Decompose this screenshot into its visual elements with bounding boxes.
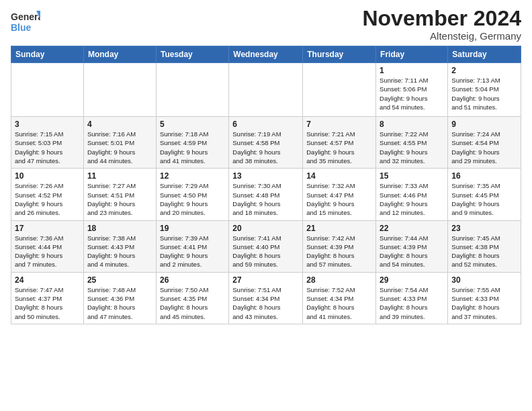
table-row: 24Sunrise: 7:47 AM Sunset: 4:37 PM Dayli…: [11, 272, 84, 324]
day-number: 26: [160, 275, 225, 285]
table-row: [156, 63, 228, 117]
table-row: 14Sunrise: 7:32 AM Sunset: 4:47 PM Dayli…: [303, 169, 376, 220]
table-row: 28Sunrise: 7:52 AM Sunset: 4:34 PM Dayli…: [303, 272, 376, 324]
logo-icon: General Blue: [11, 7, 40, 36]
day-number: 10: [15, 171, 80, 181]
calendar-week-row: 24Sunrise: 7:47 AM Sunset: 4:37 PM Dayli…: [11, 272, 521, 324]
day-info: Sunrise: 7:16 AM Sunset: 5:01 PM Dayligh…: [87, 130, 152, 165]
day-number: 28: [306, 275, 372, 285]
day-info: Sunrise: 7:36 AM Sunset: 4:44 PM Dayligh…: [15, 234, 80, 269]
table-row: 5Sunrise: 7:18 AM Sunset: 4:59 PM Daylig…: [156, 117, 228, 169]
calendar-week-row: 10Sunrise: 7:26 AM Sunset: 4:52 PM Dayli…: [11, 169, 521, 220]
header-friday: Friday: [376, 46, 448, 63]
day-number: 27: [232, 275, 299, 285]
day-info: Sunrise: 7:21 AM Sunset: 4:57 PM Dayligh…: [306, 130, 372, 165]
day-number: 22: [380, 224, 444, 233]
calendar-week-row: 3Sunrise: 7:15 AM Sunset: 5:03 PM Daylig…: [11, 117, 521, 169]
day-number: 30: [451, 275, 517, 285]
table-row: 17Sunrise: 7:36 AM Sunset: 4:44 PM Dayli…: [11, 220, 84, 272]
table-row: [303, 63, 376, 117]
day-info: Sunrise: 7:44 AM Sunset: 4:39 PM Dayligh…: [380, 234, 444, 269]
day-number: 20: [232, 224, 299, 233]
logo: General Blue: [11, 7, 40, 39]
day-number: 4: [87, 120, 152, 129]
table-row: 22Sunrise: 7:44 AM Sunset: 4:39 PM Dayli…: [376, 220, 448, 272]
header-tuesday: Tuesday: [156, 46, 228, 63]
table-row: 29Sunrise: 7:54 AM Sunset: 4:33 PM Dayli…: [376, 272, 448, 324]
table-row: 12Sunrise: 7:29 AM Sunset: 4:50 PM Dayli…: [156, 169, 228, 220]
table-row: 6Sunrise: 7:19 AM Sunset: 4:58 PM Daylig…: [229, 117, 303, 169]
day-info: Sunrise: 7:45 AM Sunset: 4:38 PM Dayligh…: [451, 234, 517, 269]
location: Altensteig, Germany: [362, 30, 521, 42]
day-number: 24: [15, 275, 80, 285]
day-info: Sunrise: 7:11 AM Sunset: 5:06 PM Dayligh…: [380, 76, 444, 111]
day-info: Sunrise: 7:38 AM Sunset: 4:43 PM Dayligh…: [87, 234, 152, 269]
table-row: [11, 63, 84, 117]
day-info: Sunrise: 7:41 AM Sunset: 4:40 PM Dayligh…: [232, 234, 299, 269]
day-number: 9: [451, 120, 517, 129]
day-info: Sunrise: 7:32 AM Sunset: 4:47 PM Dayligh…: [306, 181, 372, 217]
day-info: Sunrise: 7:26 AM Sunset: 4:52 PM Dayligh…: [15, 181, 80, 217]
table-row: 15Sunrise: 7:33 AM Sunset: 4:46 PM Dayli…: [376, 169, 448, 220]
calendar-week-row: 1Sunrise: 7:11 AM Sunset: 5:06 PM Daylig…: [11, 63, 521, 117]
table-row: 16Sunrise: 7:35 AM Sunset: 4:45 PM Dayli…: [448, 169, 521, 220]
table-row: [229, 63, 303, 117]
table-row: 7Sunrise: 7:21 AM Sunset: 4:57 PM Daylig…: [303, 117, 376, 169]
day-info: Sunrise: 7:29 AM Sunset: 4:50 PM Dayligh…: [160, 181, 225, 217]
day-info: Sunrise: 7:55 AM Sunset: 4:33 PM Dayligh…: [451, 285, 517, 321]
day-info: Sunrise: 7:48 AM Sunset: 4:36 PM Dayligh…: [87, 285, 152, 321]
table-row: 25Sunrise: 7:48 AM Sunset: 4:36 PM Dayli…: [83, 272, 156, 324]
table-row: 30Sunrise: 7:55 AM Sunset: 4:33 PM Dayli…: [448, 272, 521, 324]
day-number: 21: [306, 224, 372, 233]
day-info: Sunrise: 7:35 AM Sunset: 4:45 PM Dayligh…: [451, 181, 517, 217]
table-row: 21Sunrise: 7:42 AM Sunset: 4:39 PM Dayli…: [303, 220, 376, 272]
day-info: Sunrise: 7:22 AM Sunset: 4:55 PM Dayligh…: [380, 130, 444, 165]
table-row: 2Sunrise: 7:13 AM Sunset: 5:04 PM Daylig…: [448, 63, 521, 117]
day-info: Sunrise: 7:51 AM Sunset: 4:34 PM Dayligh…: [232, 285, 299, 321]
header-wednesday: Wednesday: [229, 46, 303, 63]
day-info: Sunrise: 7:15 AM Sunset: 5:03 PM Dayligh…: [15, 130, 80, 165]
day-number: 6: [232, 120, 299, 129]
calendar-week-row: 17Sunrise: 7:36 AM Sunset: 4:44 PM Dayli…: [11, 220, 521, 272]
table-row: 10Sunrise: 7:26 AM Sunset: 4:52 PM Dayli…: [11, 169, 84, 220]
day-number: 3: [15, 120, 80, 129]
svg-text:Blue: Blue: [11, 22, 32, 33]
svg-text:General: General: [11, 11, 40, 22]
month-title: November 2024: [362, 7, 521, 30]
table-row: 1Sunrise: 7:11 AM Sunset: 5:06 PM Daylig…: [376, 63, 448, 117]
calendar-header-row: Sunday Monday Tuesday Wednesday Thursday…: [11, 46, 521, 63]
day-info: Sunrise: 7:47 AM Sunset: 4:37 PM Dayligh…: [15, 285, 80, 321]
day-info: Sunrise: 7:30 AM Sunset: 4:48 PM Dayligh…: [232, 181, 299, 217]
table-row: 18Sunrise: 7:38 AM Sunset: 4:43 PM Dayli…: [83, 220, 156, 272]
header-saturday: Saturday: [448, 46, 521, 63]
day-number: 12: [160, 171, 225, 181]
table-row: 9Sunrise: 7:24 AM Sunset: 4:54 PM Daylig…: [448, 117, 521, 169]
day-number: 1: [380, 66, 444, 75]
day-number: 7: [306, 120, 372, 129]
day-number: 14: [306, 171, 372, 181]
day-info: Sunrise: 7:50 AM Sunset: 4:35 PM Dayligh…: [160, 285, 225, 321]
table-row: 20Sunrise: 7:41 AM Sunset: 4:40 PM Dayli…: [229, 220, 303, 272]
day-number: 29: [380, 275, 444, 285]
day-number: 11: [87, 171, 152, 181]
day-number: 17: [15, 224, 80, 233]
header-thursday: Thursday: [303, 46, 376, 63]
table-row: 8Sunrise: 7:22 AM Sunset: 4:55 PM Daylig…: [376, 117, 448, 169]
day-number: 5: [160, 120, 225, 129]
day-number: 16: [451, 171, 517, 181]
day-number: 2: [451, 66, 517, 75]
day-number: 19: [160, 224, 225, 233]
day-number: 13: [232, 171, 299, 181]
page: General Blue November 2024 Altensteig, G…: [0, 0, 532, 411]
day-info: Sunrise: 7:18 AM Sunset: 4:59 PM Dayligh…: [160, 130, 225, 165]
day-info: Sunrise: 7:19 AM Sunset: 4:58 PM Dayligh…: [232, 130, 299, 165]
day-number: 8: [380, 120, 444, 129]
day-number: 23: [451, 224, 517, 233]
table-row: [83, 63, 156, 117]
table-row: 27Sunrise: 7:51 AM Sunset: 4:34 PM Dayli…: [229, 272, 303, 324]
header: General Blue November 2024 Altensteig, G…: [11, 7, 521, 42]
day-info: Sunrise: 7:13 AM Sunset: 5:04 PM Dayligh…: [451, 76, 517, 111]
table-row: 11Sunrise: 7:27 AM Sunset: 4:51 PM Dayli…: [83, 169, 156, 220]
table-row: 13Sunrise: 7:30 AM Sunset: 4:48 PM Dayli…: [229, 169, 303, 220]
day-info: Sunrise: 7:54 AM Sunset: 4:33 PM Dayligh…: [380, 285, 444, 321]
